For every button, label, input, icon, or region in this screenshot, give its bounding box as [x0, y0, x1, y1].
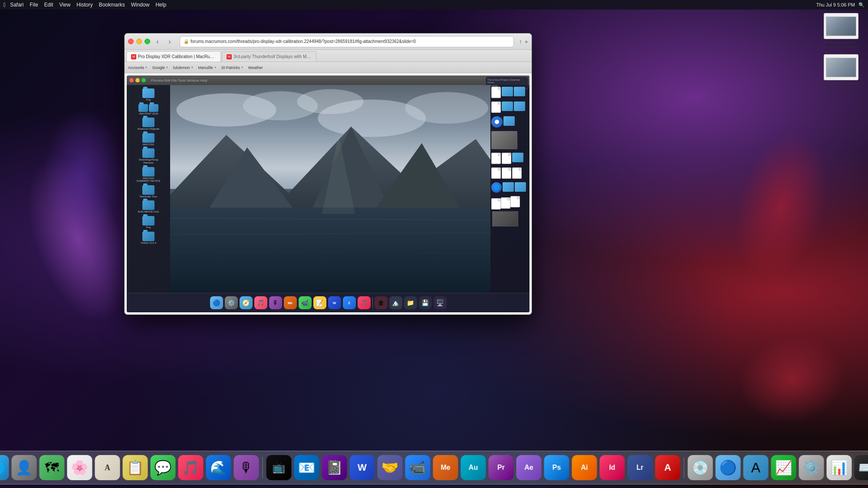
menu-window[interactable]: Window [131, 2, 150, 8]
inner-folder-8[interactable]: SUN ABOVE FILE [128, 200, 168, 214]
inner-folder-10[interactable]: THING IS A X [128, 231, 168, 246]
dock-edge[interactable]: 🌊 [206, 455, 231, 480]
dock-word[interactable]: W [350, 455, 375, 480]
screenshot-thumb-1[interactable]: Screen Shot 2020-0... 21:43 PM 1,474×2,0… [822, 13, 859, 49]
dock-zoom[interactable]: 📹 [405, 455, 431, 480]
dock-outlook[interactable]: 📧 [294, 455, 319, 480]
bookmark-st-patricks[interactable]: St Patricks ▾ [221, 66, 243, 70]
inner-blue-folder-8[interactable] [515, 182, 526, 192]
dock-stickies[interactable]: 📋 [123, 455, 148, 480]
dock-system-prefs[interactable]: ⚙️ [799, 455, 824, 480]
dock-audition[interactable]: Au [461, 455, 486, 480]
inner-maximize-button[interactable] [141, 78, 146, 82]
inner-file-icon-7[interactable] [512, 167, 522, 179]
inner-folder-2[interactable]: JAN POST 2019 [128, 103, 168, 116]
menu-edit[interactable]: Edit [44, 2, 53, 8]
inner-file-icon-4[interactable] [502, 153, 511, 164]
menu-view[interactable]: View [59, 2, 71, 8]
dock-itunes[interactable]: 🎵 [178, 455, 204, 480]
dock-stocks[interactable]: 📈 [771, 455, 796, 480]
inner-dock-disk[interactable]: 💾 [419, 296, 432, 309]
inner-folder-6[interactable]: MACOSXSUMMARY NOTICE [128, 166, 168, 183]
inner-folder-9[interactable]: Proj [128, 215, 168, 230]
dock-finder-2[interactable]: 🔵 [716, 455, 741, 480]
inner-dock-app[interactable]: 🖥️ [434, 296, 447, 309]
share-button[interactable]: ↑ [519, 38, 522, 45]
inner-blue-folder-3[interactable] [502, 102, 513, 111]
menu-safari[interactable]: Safari [10, 2, 23, 8]
bookmark-accounts[interactable]: Accounts ▾ [128, 66, 147, 70]
dock-ai[interactable]: Ai [572, 455, 597, 480]
dock-disk-utility[interactable]: 💿 [688, 455, 713, 480]
inner-file-icon-3[interactable] [491, 153, 501, 164]
dock-messages[interactable]: 💬 [151, 455, 176, 480]
inner-blue-folder-2[interactable] [514, 87, 525, 96]
inner-dock-zoom[interactable]: Z [343, 296, 356, 309]
bookmark-google[interactable]: Google ▾ [152, 66, 168, 70]
bookmark-weather[interactable]: Weather [248, 66, 263, 70]
apple-menu[interactable]:  [3, 1, 6, 8]
inner-dock-system[interactable]: ⚙️ [225, 296, 238, 309]
menu-bookmarks[interactable]: Bookmarks [99, 2, 125, 8]
dock-photos[interactable]: 🌸 [67, 455, 92, 480]
dock-activity-monitor[interactable]: 📊 [827, 455, 852, 480]
dock-teams[interactable]: 🤝 [378, 455, 403, 480]
close-button[interactable] [128, 39, 134, 44]
inner-blue-folder-4[interactable] [514, 102, 525, 111]
dock-onenote[interactable]: 📓 [322, 455, 347, 480]
dock-contacts[interactable]: 👤 [12, 455, 37, 480]
inner-file-icon-6[interactable] [502, 167, 511, 179]
dock-terminal[interactable]: ⌨️ [855, 455, 868, 480]
inner-blue-folder-7[interactable] [503, 182, 514, 192]
inner-dock-safari[interactable]: 🧭 [240, 296, 253, 309]
inner-stacked-file-1[interactable] [491, 198, 501, 210]
inner-stacked-file-2[interactable] [501, 197, 510, 209]
inner-dock-trash[interactable]: 🗑 [375, 296, 388, 309]
inner-dock-word[interactable]: W [328, 296, 341, 309]
menu-help[interactable]: Help [155, 2, 166, 8]
minimize-button[interactable] [136, 39, 142, 44]
inner-folder-1[interactable]: Proj [128, 88, 168, 102]
dock-app-store[interactable]: A [743, 455, 769, 480]
dock-premiere[interactable]: Pr [489, 455, 514, 480]
inner-image-thumb[interactable] [491, 131, 517, 149]
inner-folder-5[interactable]: Strandings/SongRemixes [128, 147, 168, 165]
maximize-button[interactable] [145, 39, 150, 44]
inner-stacked-file-3[interactable] [510, 196, 520, 207]
inner-blue-folder-6[interactable] [512, 153, 523, 162]
dock-dictionary[interactable]: A [95, 455, 120, 480]
bookmark-manulife[interactable]: Manulife ▾ [198, 66, 216, 70]
safari-tab-2[interactable]: M 3rd-party Thunderbolt Displays with Ma… [222, 51, 316, 62]
dock-lrc[interactable]: Lr [628, 455, 653, 480]
inner-file-icon-5[interactable] [491, 167, 501, 179]
menu-history[interactable]: History [76, 2, 92, 8]
dock-apple-tv[interactable]: 📺 [266, 455, 292, 480]
inner-disk-icon[interactable] [491, 116, 503, 128]
inner-dock-files[interactable]: 📁 [404, 296, 417, 309]
inner-dock-podcasts[interactable]: 🎙 [269, 296, 282, 309]
dock-me[interactable]: Me [433, 455, 458, 480]
inner-folder-4[interactable]: MACOSX [128, 132, 168, 147]
inner-close-button[interactable] [129, 78, 134, 82]
inner-folder-7[interactable]: Reminder Trax [128, 184, 168, 199]
new-tab-button[interactable]: + [525, 38, 528, 45]
inner-file-icon-1[interactable] [491, 87, 501, 98]
dock-maps[interactable]: 🗺 [39, 455, 65, 480]
dock-safari-globe[interactable]: 🌐 [0, 455, 9, 480]
search-icon[interactable]: 🔍 [858, 2, 865, 8]
inner-dock-notes[interactable]: 📝 [313, 296, 326, 309]
menu-file[interactable]: File [30, 2, 38, 8]
dock-podcasts[interactable]: 🎙 [234, 455, 259, 480]
inner-preview-thumb[interactable] [492, 211, 518, 226]
inner-dock-facetime[interactable]: 📹 [299, 296, 312, 309]
inner-dock-finder[interactable]: 🔵 [210, 296, 223, 309]
dock-ps[interactable]: Ps [544, 455, 569, 480]
inner-blue-folder-1[interactable] [502, 87, 513, 96]
inner-dock-itunes[interactable]: 🎵 [254, 296, 267, 309]
inner-dock-music[interactable]: 🎵 [358, 296, 371, 309]
inner-minimize-button[interactable] [135, 78, 140, 82]
inner-globe-icon[interactable]: 🌐 [491, 182, 502, 193]
inner-blue-folder-5[interactable] [503, 116, 515, 126]
inner-folder-3[interactable]: American Originals [128, 117, 168, 131]
forward-button[interactable]: › [165, 37, 174, 46]
